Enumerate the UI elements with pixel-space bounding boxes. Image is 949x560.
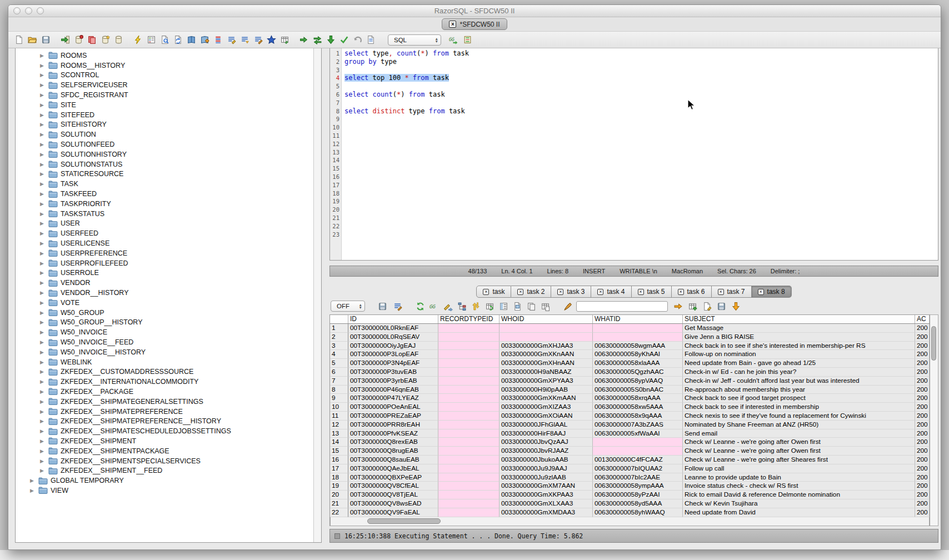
table-cell[interactable]: 00630000005xfWaAAI (593, 429, 683, 438)
table-cell[interactable]: 0013000000C4fFCAAZ (593, 456, 683, 464)
table-cell[interactable]: 00T3000000POeAnEAL (348, 403, 438, 412)
connect-icon[interactable] (60, 34, 71, 45)
table-cell[interactable]: 0033000000GmXOiAAN (500, 412, 593, 421)
tree-item[interactable]: ▶SOLUTIONHISTORY (16, 149, 313, 159)
table-cell[interactable]: 006300000058ympAAA (593, 482, 683, 491)
glasses-icon[interactable]: 66 (448, 34, 459, 45)
tree-item[interactable]: ▶VOTE (16, 298, 313, 308)
table-cell[interactable]: 00T3000000L0RqSEAV (348, 333, 438, 342)
row-number-cell[interactable]: 22 (330, 508, 348, 517)
disclosure-triangle-icon[interactable]: ▶ (40, 349, 46, 355)
save-small-icon[interactable] (716, 301, 727, 312)
query-page-icon[interactable] (159, 34, 170, 45)
disclosure-triangle-icon[interactable]: ▶ (40, 201, 46, 207)
result-tab-task-8[interactable]: ×task 8 (752, 286, 792, 298)
table-cell[interactable]: 00T3000000Q8rexEAB (348, 438, 438, 447)
table-cell[interactable]: 006300000058yhWAAQ (593, 508, 683, 517)
table-cell[interactable]: 00T3000000P47LYEAZ (348, 394, 438, 403)
table-cell[interactable]: 00T3000000PREZaEAP (348, 412, 438, 421)
disclosure-triangle-icon[interactable]: ▶ (40, 211, 46, 217)
sql-code-area[interactable]: select type, count(*) from taskgroup by … (342, 48, 938, 260)
tree-item[interactable]: ▶SELFSERVICEUSER (16, 80, 313, 90)
table-cell[interactable]: 200 (915, 429, 930, 438)
table-cell[interactable]: 0033000000H9aNBAAZ (500, 368, 593, 377)
table-cell[interactable]: 200 (915, 333, 930, 342)
table-cell[interactable]: 200 (915, 377, 930, 386)
row-number-cell[interactable]: 17 (330, 464, 348, 473)
table-cell[interactable]: Get Massage (683, 324, 915, 333)
sort-updown-icon[interactable] (471, 301, 481, 312)
table-row[interactable]: 2100T3000000QV8wsEAD0033000000GmXLXAA300… (330, 499, 930, 508)
tree-item[interactable]: ▶W50_INVOICE__FEED (16, 337, 313, 347)
table-row[interactable]: 1900T3000000QV8CfEAL0033000000GmXM7AAN00… (330, 482, 930, 491)
table-row[interactable]: 1000T3000000POeAnEAL0033000000GmXIZAA300… (330, 403, 930, 412)
save-results-icon[interactable] (377, 301, 388, 312)
hierarchy-icon[interactable] (457, 301, 467, 312)
tree-item-label[interactable]: SOLUTIONSTATUS (61, 161, 122, 168)
tree-item[interactable]: ▶SITEHISTORY (16, 120, 313, 130)
table-cell[interactable]: 00630000007bIc2AAE (593, 473, 683, 482)
tree-item[interactable]: ▶ZKFEDEX__SHIPMATEGENERALSETTINGS (16, 397, 313, 407)
tree-item[interactable]: ▶SITEFEED (16, 110, 313, 120)
table-cell[interactable]: Need update from David (683, 508, 915, 517)
disclosure-triangle-icon[interactable]: ▶ (40, 438, 46, 444)
column-list-icon[interactable] (213, 34, 223, 45)
disclosure-triangle-icon[interactable]: ▶ (40, 92, 46, 98)
tree-item[interactable]: ▶USERFEED (16, 228, 313, 238)
table-cell[interactable]: 00T3000000QAeJbEAL (348, 464, 438, 473)
tree-item-label[interactable]: ZKFEDEX__PACKAGE (61, 388, 133, 396)
tree-item-label[interactable]: GLOBAL TEMPORARY (51, 477, 124, 484)
results-table-header[interactable]: IDRECORDTYPEIDWHOIDWHATIDSUBJECTAC (330, 315, 930, 324)
tree-item-label[interactable]: SFDC_REGISTRANT (61, 91, 128, 99)
disclosure-triangle-icon[interactable]: ▶ (40, 389, 46, 394)
table-cell[interactable]: Check w/ Leanne - we're going after Owen… (683, 438, 915, 447)
disclosure-triangle-icon[interactable]: ▶ (40, 418, 46, 424)
tree-item[interactable]: ▶ZKFEDEX__SHIPMATESCHEDULEDJOBSSETTINGS (16, 426, 313, 436)
table-cell[interactable] (438, 386, 500, 394)
tree-item-label[interactable]: W50_GROUP__HISTORY (61, 318, 143, 326)
table-cell[interactable]: 00630000005QgzhAAC (593, 368, 683, 377)
table-cell[interactable]: 0033000000HirF8AAJ (500, 429, 593, 438)
disclosure-triangle-icon[interactable]: ▶ (40, 162, 46, 167)
tree-item[interactable]: ▶W50_GROUP (16, 308, 313, 318)
tree-item[interactable]: ▶STATICRESOURCE (16, 169, 313, 179)
tree-item-label[interactable]: VENDOR (61, 279, 90, 287)
tree-item[interactable]: ▶ZKFEDEX__SHIPMATEPREFERENCE__HISTORY (16, 416, 313, 426)
go-forward-icon[interactable] (299, 34, 309, 45)
table-cell[interactable] (438, 324, 500, 333)
row-number-cell[interactable]: 21 (330, 499, 348, 508)
table-cell[interactable]: 0033000000GmXLXAA3 (500, 499, 593, 508)
document-tab[interactable]: × *SFDCW50 II (442, 18, 507, 30)
tree-item-label[interactable]: ZKFEDEX__SHIPMENTPACKAGE (61, 447, 169, 455)
edit-list-icon[interactable] (226, 34, 237, 45)
tree-item-label[interactable]: WEBLINK (61, 358, 92, 366)
tree-item-label[interactable]: STATICRESOURCE (61, 170, 123, 178)
table-cell[interactable]: Check-in w/ Jeff - couldn't afford last … (683, 377, 915, 386)
table-cell[interactable] (438, 456, 500, 464)
tree-item-label[interactable]: ZKFEDEX__SHIPMATEGENERALSETTINGS (61, 398, 203, 406)
table-cell[interactable]: 200 (915, 508, 930, 517)
table-cell[interactable]: 00T3000000L0RknEAF (348, 324, 438, 333)
table-row[interactable]: 1600T3000000Q8sauEAB0033000000JbukoAAB00… (330, 456, 930, 464)
tree-item[interactable]: ▶VENDOR__HISTORY (16, 288, 313, 298)
result-tab-task-2[interactable]: ×task 2 (511, 286, 551, 298)
zoom-window-icon[interactable] (37, 7, 44, 14)
table-cell[interactable]: 006300000058ypVAAQ (593, 377, 683, 386)
table-row[interactable]: 500T3000000P3N4pEAF0033000000GmXHnAAN006… (330, 359, 930, 368)
table-cell[interactable] (593, 324, 683, 333)
column-header-ID[interactable]: ID (348, 315, 438, 323)
table-cell[interactable]: 00630000007A3bZAAS (593, 421, 683, 429)
row-number-cell[interactable]: 13 (330, 429, 348, 438)
table-cell[interactable]: 200 (915, 473, 930, 482)
table-cell[interactable]: 00T3000000P3tuvEAB (348, 368, 438, 377)
tree-item-label[interactable]: ZKFEDEX__SHIPMENTSPECIALSERVICES (61, 457, 201, 465)
align-list-icon[interactable] (239, 34, 250, 45)
tree-item-label[interactable]: SOLUTIONHISTORY (61, 151, 127, 158)
table-row[interactable]: 1300T3000000PfvKSEAZ0033000000HirF8AAJ00… (330, 429, 930, 438)
disclosure-triangle-icon[interactable]: ▶ (40, 319, 46, 325)
tree-item[interactable]: ▶SOLUTIONSTATUS (16, 159, 313, 169)
row-limit-dropdown[interactable]: OFF ▲▼ (331, 301, 365, 312)
row-number-cell[interactable]: 20 (330, 491, 348, 499)
tree-item-label[interactable]: USERLICENSE (61, 239, 109, 247)
disclosure-triangle-icon[interactable]: ▶ (40, 428, 46, 434)
